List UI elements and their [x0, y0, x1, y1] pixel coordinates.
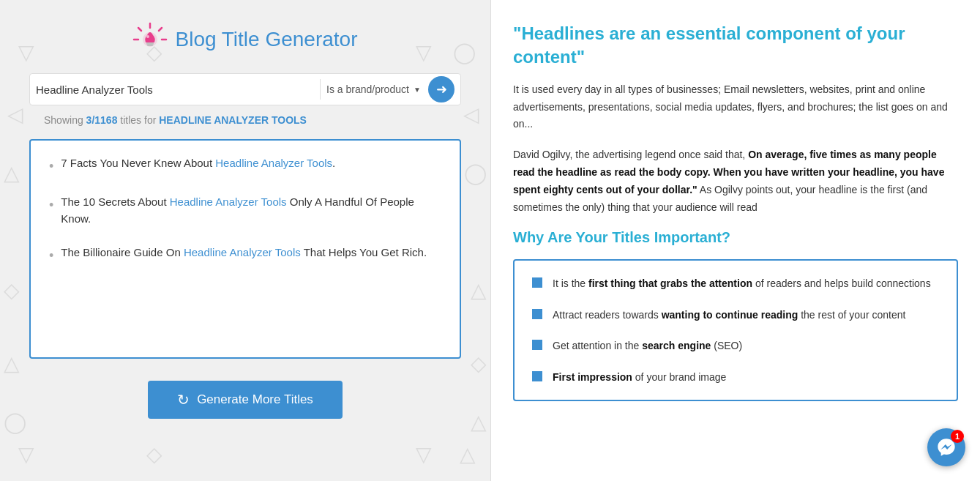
generate-btn-label: Generate More Titles — [197, 392, 313, 407]
svg-point-8 — [146, 35, 149, 38]
chat-bubble-button[interactable]: 1 — [927, 428, 965, 466]
bullet-icon: • — [49, 195, 53, 215]
showing-keyword: HEADLINE ANALYZER TOOLS — [159, 114, 307, 126]
showing-middle: titles for — [117, 114, 159, 126]
info-item-1: It is the first thing that grabs the att… — [532, 275, 939, 291]
info-item-4: First impression of your brand image — [532, 369, 939, 385]
results-box: • 7 Facts You Never Knew About Headline … — [29, 139, 461, 359]
result-text-1: 7 Facts You Never Knew About Headline An… — [61, 155, 335, 172]
result-item: • The 10 Secrets About Headline Analyzer… — [49, 194, 441, 227]
info-item-2: Attract readers towards wanting to conti… — [532, 307, 939, 323]
bullet-icon: • — [49, 157, 53, 176]
logo-area: Blog Title Generator — [132, 22, 357, 57]
category-dropdown[interactable]: Is a brand/product Is a keyword Is a top… — [326, 83, 421, 95]
result-item: • The Billionaire Guide On Headline Anal… — [49, 245, 441, 266]
result-link-3[interactable]: Headline Analyzer Tools — [184, 246, 301, 258]
chat-badge: 1 — [951, 430, 964, 443]
showing-count: 3/1168 — [86, 114, 118, 126]
para-1: It is used every day in all types of bus… — [513, 81, 958, 133]
info-item-3: Get attention in the search engine (SEO) — [532, 338, 939, 354]
square-bullet-icon — [532, 309, 542, 319]
square-bullet-icon — [532, 371, 542, 381]
left-panel: ▽ ◇ ▽ ◯ ◁ ◁ △ ◇ △ ◯ ◯ △ ◇ △ ▽ ◇ ▽ △ — [0, 0, 490, 481]
result-text-3: The Billionaire Guide On Headline Analyz… — [61, 245, 427, 261]
search-divider — [320, 79, 321, 100]
info-text-4: First impression of your brand image — [553, 369, 726, 385]
search-bar: Is a brand/product Is a keyword Is a top… — [29, 73, 461, 105]
square-bullet-icon — [532, 277, 542, 288]
info-box: It is the first thing that grabs the att… — [513, 259, 958, 401]
info-text-1: It is the first thing that grabs the att… — [553, 275, 931, 291]
right-panel: "Headlines are an essential component of… — [490, 0, 980, 481]
result-link-1[interactable]: Headline Analyzer Tools — [215, 157, 332, 169]
showing-text: Showing 3/1168 titles for HEADLINE ANALY… — [15, 114, 307, 126]
result-item: • 7 Facts You Never Knew About Headline … — [49, 155, 441, 176]
para-2: David Ogilvy, the advertising legend onc… — [513, 146, 958, 216]
result-text-2: The 10 Secrets About Headline Analyzer T… — [61, 194, 441, 227]
info-text-3: Get attention in the search engine (SEO) — [553, 338, 742, 354]
search-input[interactable] — [36, 83, 314, 96]
square-bullet-icon — [532, 340, 542, 350]
search-button[interactable]: ➜ — [428, 76, 455, 102]
result-link-2[interactable]: Headline Analyzer Tools — [170, 195, 287, 208]
svg-line-1 — [159, 28, 162, 31]
svg-line-3 — [138, 28, 141, 31]
arrow-right-icon: ➜ — [436, 81, 447, 97]
why-important-heading: Why Are Your Titles Important? — [513, 229, 958, 246]
generate-more-button[interactable]: ↻ Generate More Titles — [148, 381, 343, 419]
refresh-icon: ↻ — [177, 391, 190, 409]
bullet-icon: • — [49, 246, 53, 266]
svg-rect-6 — [146, 42, 154, 45]
showing-prefix: Showing — [44, 114, 86, 126]
dropdown-wrapper: Is a brand/product Is a keyword Is a top… — [326, 83, 421, 95]
app-title: Blog Title Generator — [175, 28, 357, 51]
main-quote: "Headlines are an essential component of… — [513, 22, 958, 70]
svg-rect-7 — [147, 45, 153, 46]
para2-prefix: David Ogilvy, the advertising legend onc… — [513, 149, 748, 160]
info-text-2: Attract readers towards wanting to conti… — [553, 307, 905, 323]
bulb-icon — [132, 22, 168, 57]
